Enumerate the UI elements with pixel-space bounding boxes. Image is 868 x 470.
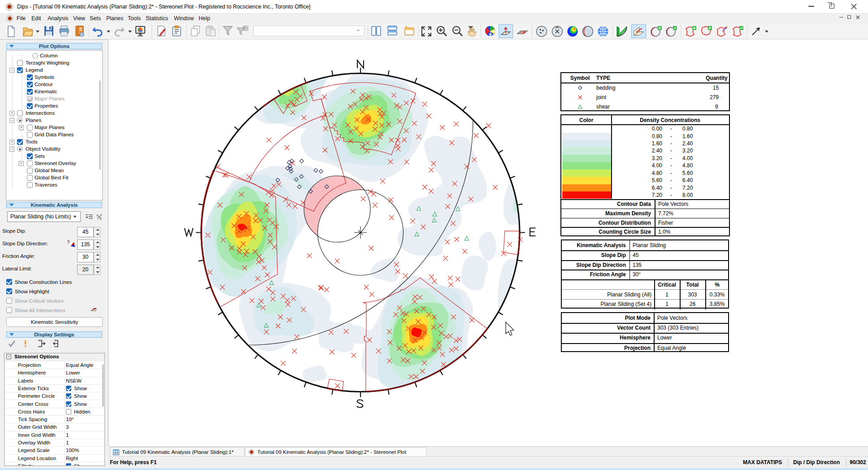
svg-text:±: ± <box>67 239 70 244</box>
svg-text:o: o <box>96 213 99 218</box>
svg-text:b: b <box>100 216 102 221</box>
